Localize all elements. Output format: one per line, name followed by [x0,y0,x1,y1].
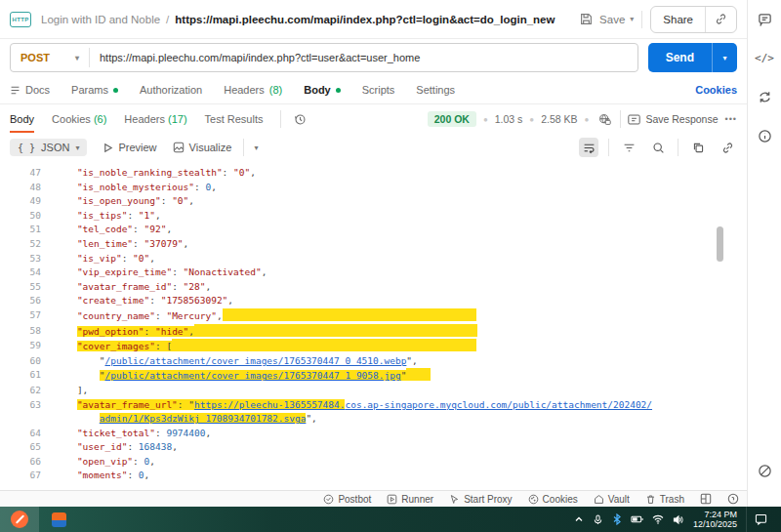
line-number: 48 [0,181,55,195]
code-snippet-icon[interactable]: </> [756,49,773,66]
response-tab-cookies[interactable]: Cookies (6) [52,105,106,133]
postbot-icon [323,494,334,505]
json-link[interactable]: admin/1/Kps3dzWikj_1708934701782.svga [100,413,307,424]
panel-grid-icon[interactable] [700,493,712,505]
image-icon [173,142,185,153]
request-url-input[interactable] [90,52,637,63]
docs-icon [10,85,21,96]
tab-settings[interactable]: Settings [416,84,455,96]
send-button[interactable]: Send [648,43,712,72]
microphone-icon[interactable] [593,514,603,525]
code-line: 61 "/public/attachment/cover_images/1765… [0,368,747,384]
code-line: 57 "country_name": "Mercury", [0,308,747,324]
response-more-menu[interactable]: ••• [725,114,737,124]
postman-window: HTTP Login with ID and Noble / https://m… [0,0,781,532]
method-label: POST [21,52,50,63]
postbot-button[interactable]: Postbot [323,494,371,505]
wrap-text-icon[interactable] [579,138,598,157]
sync-icon[interactable] [756,88,773,105]
modified-dot [113,88,118,93]
postman-logo-icon [11,511,28,528]
link-icon[interactable] [718,138,737,157]
info-icon[interactable] [756,127,773,144]
code-line: 64 "ticket_total": 9974400, [0,427,747,441]
tab-authorization[interactable]: Authorization [140,84,202,96]
code-line: 63 "avatar_frame_url": "https://pleechu-… [0,398,747,413]
cookies-link[interactable]: Cookies [695,84,737,96]
line-number: 66 [0,455,55,470]
line-number: 47 [0,166,55,181]
bluetooth-icon[interactable] [612,513,622,525]
tab-params[interactable]: Params [71,84,118,96]
visualize-button[interactable]: Visualize [173,142,232,153]
search-icon[interactable] [648,138,668,157]
response-size[interactable]: 2.58 KB [541,113,577,125]
line-number: 65 [0,440,55,455]
method-selector[interactable]: POST ▾ [11,52,89,63]
taskbar-app-icon[interactable] [39,507,78,532]
response-tab-body[interactable]: Body [10,105,34,133]
network-security-icon[interactable] [596,110,613,128]
help-icon[interactable] [727,493,739,505]
code-line: admin/1/Kps3dzWikj_1708934701782.svga", [0,412,747,427]
divider [641,11,642,28]
save-dropdown-chevron-icon[interactable]: ▾ [630,15,634,23]
vertical-scrollbar-thumb[interactable] [717,226,723,262]
request-title-url[interactable]: https://mapi.pleechu.com/mapi/index.php?… [175,14,569,25]
response-tab-headers[interactable]: Headers (17) [124,105,186,133]
breadcrumb[interactable]: Login with ID and Noble [41,14,160,25]
line-number: 49 [0,194,55,209]
notification-center-icon[interactable] [746,507,775,532]
tab-body[interactable]: Body [304,84,341,96]
response-tab-test-results[interactable]: Test Results [205,105,264,133]
visualize-chevron-icon[interactable]: ▾ [254,143,258,152]
format-selector[interactable]: { } JSON ▾ [10,139,87,156]
response-time[interactable]: 1.03 s [495,113,523,125]
battery-icon[interactable] [631,514,643,524]
json-link[interactable]: /public/attachment/cover_images/17653704… [105,355,407,366]
speaker-icon[interactable] [673,514,684,525]
start-proxy-button[interactable]: Start Proxy [449,494,512,505]
date: 12/10/2025 [693,519,737,530]
postman-statusbar: Postbot Runner Sta [0,490,747,507]
code-lines: 47 "is_noble_ranking_stealth": "0",48 "i… [0,166,747,483]
preview-button[interactable]: Preview [103,142,156,153]
vault-button[interactable]: Vault [594,494,630,505]
runner-button[interactable]: Runner [387,494,433,505]
send-options-chevron-icon[interactable]: ▾ [712,43,737,72]
taskbar-clock[interactable]: 7:24 PM 12/10/2025 [693,510,737,530]
play-icon [103,143,113,153]
tab-headers[interactable]: Headers(8) [224,84,282,96]
cookie-icon [528,494,539,505]
trash-button[interactable]: Trash [645,494,684,505]
save-response-button[interactable]: Save Response [628,113,718,125]
divider [678,139,678,156]
comments-icon[interactable] [756,10,773,27]
json-link[interactable]: https://pleechu-1365557484. [194,399,345,410]
line-number: 56 [0,294,55,308]
app-icon [52,512,66,527]
copy-link-icon[interactable] [705,7,736,32]
json-link[interactable]: cos.ap-singapore.myqcloud.com/public/att… [345,399,652,410]
response-body-json[interactable]: 47 "is_noble_ranking_stealth": "0",48 "i… [0,161,747,490]
response-history-icon[interactable] [291,110,308,128]
json-link[interactable]: /public/attachment/cover_images/17653704… [105,370,401,381]
share-button[interactable]: Share [651,14,705,25]
cookies-button[interactable]: Cookies [528,494,578,505]
filter-icon[interactable] [619,138,638,157]
tab-scripts[interactable]: Scripts [362,84,395,96]
taskbar-postman-icon[interactable] [0,507,39,532]
http-request-icon: HTTP [10,12,31,27]
blocked-circle-icon[interactable] [756,462,773,479]
code-line: 50 "is_tips": "1", [0,209,747,224]
right-sidebar-rail: </> [747,0,781,507]
tab-docs[interactable]: Docs [10,84,50,96]
status-badge[interactable]: 200 OK [428,111,476,127]
wifi-icon[interactable] [652,514,664,524]
separator-dot: ● [585,115,590,124]
separator-dot: ● [483,115,488,124]
save-button[interactable]: Save ▾ [577,11,634,28]
divider [280,110,281,128]
tray-expand-chevron-icon[interactable] [574,514,584,524]
copy-icon[interactable] [688,138,708,157]
